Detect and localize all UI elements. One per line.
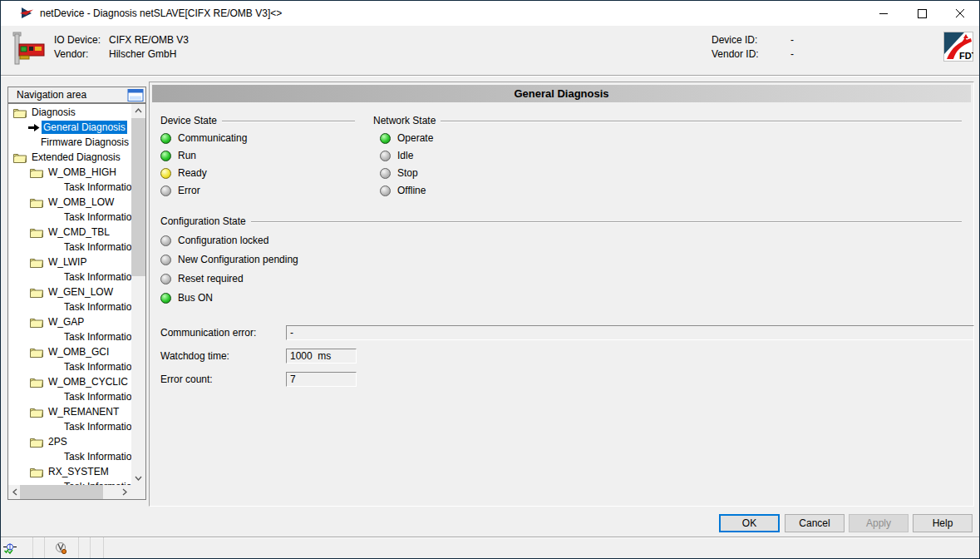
tree-item-label: Task Information (62, 450, 131, 463)
tree-item-task-information[interactable]: Task Information (8, 479, 131, 485)
tree-item-task-information[interactable]: Task Information (8, 180, 131, 195)
tree-item-task-information[interactable]: Task Information (8, 419, 131, 434)
led-label: Offline (397, 185, 426, 196)
tree-item-w-remanent[interactable]: W_REMANENT (8, 404, 131, 419)
vendor-id-value: - (790, 48, 794, 60)
tree-item-diagnosis[interactable]: Diagnosis (8, 105, 131, 120)
vertical-scroll-thumb[interactable] (131, 118, 145, 276)
field-row-error-count: Error count:7 (150, 372, 973, 388)
field-value: 1000 ms (286, 349, 357, 364)
field-row-watchdog-time: Watchdog time:1000 ms (150, 349, 973, 365)
led-indicator (160, 235, 171, 246)
window-controls (864, 1, 979, 26)
led-label: Stop (397, 167, 418, 179)
tree-item-label: Task Information (62, 210, 131, 224)
tree-item-w-omb-cyclic[interactable]: W_OMB_CYCLIC (8, 374, 131, 389)
tree-item-task-information[interactable]: Task Information (8, 359, 131, 374)
led-label: Configuration locked (178, 235, 268, 246)
led-label: Operate (397, 132, 433, 144)
minimize-button[interactable] (864, 1, 903, 26)
led-label: Communicating (178, 132, 247, 144)
tree-item-w-lwip[interactable]: W_LWIP (8, 255, 131, 270)
group-separator-line (441, 121, 962, 122)
secure-diagnosis-status-icon (55, 542, 68, 555)
folder-icon (30, 347, 43, 358)
tree-item-label: RX_SYSTEM (47, 465, 111, 478)
cancel-button[interactable]: Cancel (785, 514, 845, 532)
tree-item-w-omb-low[interactable]: W_OMB_LOW (8, 195, 131, 210)
tree-item-task-information[interactable]: Task Information (8, 270, 131, 284)
led-row-new-configuration-pending: New Configuration pending (160, 254, 962, 265)
folder-icon (30, 287, 43, 298)
tree-item-w-omb-high[interactable]: W_OMB_HIGH (8, 165, 131, 180)
tree-horizontal-scrollbar[interactable] (8, 485, 131, 499)
window-title: netDevice - Diagnosis netSLAVE[CIFX RE/O… (40, 7, 282, 19)
tree-item-task-information[interactable]: Task Information (8, 210, 131, 225)
network-state-group: Network StateOperateIdleStopOffline (373, 115, 962, 196)
dialog-window: netDevice - Diagnosis netSLAVE[CIFX RE/O… (0, 0, 980, 559)
help-button[interactable]: Help (913, 514, 973, 532)
group-separator-line (251, 221, 962, 223)
led-row-idle: Idle (380, 150, 962, 161)
led-label: Ready (178, 167, 207, 179)
vendor-label: Vendor: (54, 48, 88, 60)
tree-item-w-gen-low[interactable]: W_GEN_LOW (8, 284, 131, 299)
tree-item-label: W_OMB_HIGH (47, 166, 118, 179)
tree-item-w-cmd-tbl[interactable]: W_CMD_TBL (8, 225, 131, 240)
tree-item-general-diagnosis[interactable]: General Diagnosis (8, 120, 131, 135)
tree-item-task-information[interactable]: Task Information (8, 329, 131, 344)
panel-layout-icon[interactable] (127, 89, 144, 101)
navigation-panel: Navigation area DiagnosisGeneral Diagnos… (7, 87, 146, 500)
scroll-up-icon[interactable] (131, 104, 145, 118)
configuration-state-group: Configuration StateConfiguration lockedN… (160, 215, 962, 304)
page-title: General Diagnosis (152, 85, 971, 102)
tree-item-w-omb-gci[interactable]: W_OMB_GCI (8, 344, 131, 359)
led-row-offline: Offline (380, 185, 962, 196)
horizontal-scroll-thumb[interactable] (20, 485, 103, 499)
ok-button[interactable]: OK (719, 514, 780, 532)
led-indicator (160, 186, 171, 196)
close-button[interactable] (941, 1, 979, 26)
tree-item-label: Task Information (62, 330, 131, 344)
status-pane-connection (1, 537, 33, 558)
folder-icon (13, 152, 27, 163)
tree-item-label: Task Information (62, 240, 131, 254)
tree-item-label: W_OMB_CYCLIC (47, 375, 130, 388)
field-label: Error count: (160, 373, 213, 385)
tree-item-task-information[interactable]: Task Information (8, 389, 131, 404)
scroll-right-icon[interactable] (117, 485, 131, 499)
led-label: New Configuration pending (178, 254, 298, 265)
tree-item-task-information[interactable]: Task Information (8, 240, 131, 255)
tree-item-w-gap[interactable]: W_GAP (8, 314, 131, 329)
tree-item-label: Task Information (62, 420, 131, 433)
device-info-header: IO Device: CIFX RE/OMB V3 Vendor: Hilsch… (1, 26, 979, 75)
netdevice-app-icon (19, 7, 34, 20)
navigation-header[interactable]: Navigation area (7, 87, 146, 103)
title-bar[interactable]: netDevice - Diagnosis netSLAVE[CIFX RE/O… (1, 1, 979, 26)
tree-item-rx-system[interactable]: RX_SYSTEM (8, 464, 131, 479)
tree-item-label: W_CMD_TBL (47, 225, 111, 239)
folder-icon (30, 227, 43, 238)
folder-icon (30, 377, 43, 388)
led-label: Reset required (178, 273, 244, 284)
maximize-button[interactable] (903, 1, 941, 26)
scrollbar-corner (131, 485, 145, 499)
tree-item-task-information[interactable]: Task Information (8, 299, 131, 314)
tree-vertical-scrollbar[interactable] (131, 104, 145, 485)
tree-item-label: Task Information (62, 360, 131, 373)
folder-icon (30, 467, 43, 477)
tree-item-task-information[interactable]: Task Information (8, 449, 131, 464)
tree-item-label: 2PS (47, 435, 69, 448)
apply-button: Apply (849, 514, 909, 532)
scroll-down-icon[interactable] (131, 471, 145, 485)
led-indicator (380, 186, 391, 196)
led-indicator (160, 293, 171, 304)
tree-item-label: Task Information (62, 300, 131, 314)
tree-item-extended-diagnosis[interactable]: Extended Diagnosis (8, 150, 131, 165)
status-pane-diagnosis (45, 537, 79, 558)
device-id-label: Device ID: (712, 34, 757, 46)
tree-item-2ps[interactable]: 2PS (8, 434, 131, 449)
group-label: Network State (373, 115, 436, 126)
io-device-value: CIFX RE/OMB V3 (109, 34, 189, 46)
tree-item-firmware-diagnosis[interactable]: Firmware Diagnosis (8, 135, 131, 150)
